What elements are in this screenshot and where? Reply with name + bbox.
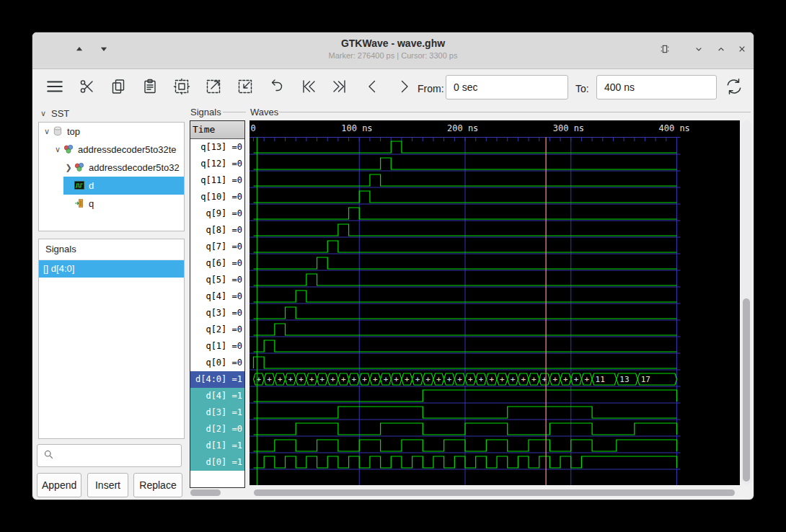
fit-window-button[interactable] (656, 42, 674, 59)
to-input[interactable] (596, 75, 717, 99)
signal-search[interactable] (37, 444, 182, 467)
desktop: { "window": { "title": "GTKWave - wave.g… (0, 0, 786, 532)
signal-name-row[interactable]: q[2] =0 (190, 322, 244, 338)
signal-name-row[interactable]: d[4:0] =1 (190, 371, 244, 388)
bus-value: + (552, 375, 557, 384)
signal-name-row[interactable]: q[4] =0 (190, 288, 244, 305)
tree-item-top[interactable]: ∨top (39, 123, 184, 141)
append-button[interactable]: Append (37, 473, 81, 497)
tree-item-label: addressdecoder5to32 (89, 162, 180, 173)
bus-value: + (457, 375, 462, 384)
signal-name-row[interactable]: d[4] =1 (190, 388, 244, 404)
bus-value: 13 (619, 375, 629, 384)
bus-value: + (384, 375, 389, 384)
bus-value: + (341, 375, 346, 384)
zoom-in-button[interactable] (201, 76, 226, 100)
sst-frame-label: SST (51, 108, 69, 119)
signal-name-row[interactable]: q[8] =0 (190, 222, 244, 239)
search-input[interactable] (58, 450, 169, 462)
signal-name-row[interactable]: q[1] =0 (190, 338, 244, 355)
insert-button[interactable]: Insert (87, 473, 128, 497)
zoom-fit-button[interactable] (169, 76, 194, 100)
sst-frame[interactable]: ∨ SST (38, 108, 69, 119)
timeline-label: 0 (251, 123, 256, 133)
signal-name-row[interactable]: q[6] =0 (190, 255, 244, 272)
title-area: GTKWave - wave.ghw Marker: 276400 ps | C… (32, 37, 754, 60)
from-label: From: (418, 83, 444, 94)
port-icon (74, 198, 87, 210)
bus-value: + (425, 375, 430, 384)
signal-name-row[interactable]: q[11] =0 (190, 172, 244, 189)
expander-closed-icon[interactable]: ❯ (63, 163, 74, 172)
bus-value: + (362, 375, 367, 384)
waves-vscrollbar-thumb[interactable] (743, 298, 750, 482)
copy-button[interactable] (106, 76, 131, 100)
skip-to-end-icon (331, 78, 348, 98)
bus-value: + (373, 375, 378, 384)
bus-value: + (352, 375, 357, 384)
titlebar[interactable]: GTKWave - wave.ghw Marker: 276400 ps | C… (32, 32, 754, 69)
bus-value: + (299, 375, 304, 384)
tree-item-label: q (89, 198, 94, 209)
timeline-label: 200 ns (447, 123, 478, 133)
signal-name-row[interactable]: q[9] =0 (190, 205, 244, 222)
next-edge-icon (395, 78, 412, 98)
sst-tree[interactable]: ∨top∨addressdecoder5to32te❯addressdecode… (38, 122, 185, 231)
tree-item-d[interactable]: d (39, 177, 184, 195)
signal-name-row[interactable]: q[7] =0 (190, 239, 244, 255)
signal-name-row[interactable]: q[13] =0 (190, 139, 244, 156)
bus-value: 11 (596, 375, 605, 384)
bus-value: + (288, 375, 293, 384)
signal-name-row[interactable]: q[3] =0 (190, 305, 244, 322)
next-edge-button[interactable] (392, 76, 416, 100)
chevron-down-icon (693, 43, 705, 58)
signal-name-row[interactable]: q[5] =0 (190, 272, 244, 288)
waves-hscrollbar[interactable] (254, 489, 735, 496)
sst-collapse-chevron-icon[interactable]: ∨ (38, 109, 48, 118)
skip-to-start-button[interactable] (296, 76, 321, 100)
signal-name-row[interactable]: d[0] =1 (190, 454, 244, 471)
reload-button[interactable] (722, 76, 746, 100)
skip-to-start-icon (300, 78, 317, 98)
waves-vscrollbar-track[interactable] (741, 120, 751, 485)
waves-frame-line (279, 112, 751, 112)
bus-value: 17 (641, 375, 650, 384)
tree-item-addressdecoder5to32[interactable]: ❯addressdecoder5to32 (39, 159, 184, 177)
bus-value: + (267, 375, 272, 384)
paste-button[interactable] (138, 76, 162, 100)
menu-button[interactable] (43, 76, 67, 100)
signal-name-row[interactable]: q[12] =0 (190, 156, 244, 172)
skip-to-end-button[interactable] (327, 76, 352, 100)
search-icon (43, 449, 54, 463)
paste-icon (141, 78, 159, 98)
picker-item[interactable]: [] d[4:0] (39, 260, 184, 278)
tree-item-q[interactable]: q (39, 195, 184, 213)
cylinder-icon (52, 125, 65, 138)
prev-edge-button[interactable] (361, 76, 385, 100)
zoom-out-button[interactable] (233, 76, 257, 100)
names-hscrollbar[interactable] (190, 489, 221, 496)
cut-button[interactable] (75, 76, 100, 100)
time-header[interactable]: Time (190, 121, 244, 139)
minimize-button[interactable] (690, 42, 707, 59)
waveform-canvas[interactable]: 0100 ns200 ns300 ns400 ns+++++++++++++++… (250, 120, 740, 485)
signal-names-panel[interactable]: Time q[13] =0q[12] =0q[11] =0q[10] =0q[9… (190, 120, 245, 488)
from-input[interactable] (446, 75, 568, 99)
signal-name-row[interactable]: q[0] =0 (190, 355, 244, 371)
signal-name-rows: q[13] =0q[12] =0q[11] =0q[10] =0q[9] =0q… (190, 139, 244, 471)
undo-button[interactable] (264, 76, 288, 100)
signal-name-row[interactable]: q[10] =0 (190, 189, 244, 205)
cut-icon (79, 78, 96, 98)
replace-button[interactable]: Replace (133, 473, 182, 497)
tree-item-addressdecoder5to32te[interactable]: ∨addressdecoder5to32te (39, 141, 184, 159)
signal-name-row[interactable]: d[2] =0 (190, 421, 244, 438)
close-button[interactable] (733, 42, 751, 59)
names-frame-line (223, 112, 246, 112)
signal-name-row[interactable]: d[3] =1 (190, 404, 244, 421)
signal-name-row[interactable]: d[1] =1 (190, 438, 244, 454)
tree-item-label: addressdecoder5to32te (78, 144, 177, 155)
expander-open-icon[interactable]: ∨ (53, 145, 63, 154)
bus-value: + (479, 375, 484, 384)
expander-open-icon[interactable]: ∨ (42, 127, 52, 136)
maximize-button[interactable] (712, 42, 730, 59)
